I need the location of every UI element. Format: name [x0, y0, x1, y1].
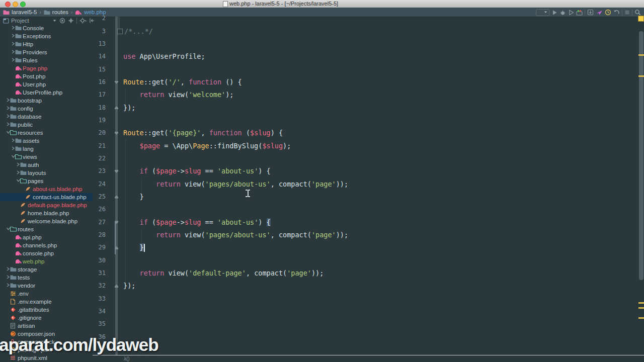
tree-item-vendor[interactable]: vendor — [0, 282, 93, 290]
push-icon[interactable] — [596, 10, 603, 16]
chevron-right-icon[interactable] — [6, 275, 10, 280]
tree-item-home.blade.php[interactable]: home.blade.php — [0, 209, 93, 217]
tree-item-about-us.blade.php[interactable]: about-us.blade.php — [0, 185, 93, 193]
line-number-30[interactable]: 30 — [93, 254, 106, 267]
tree-item-exceptions[interactable]: Exceptions — [0, 32, 93, 40]
code-line-14[interactable]: use App\UserProfile; — [123, 50, 205, 63]
line-number-25[interactable]: 25 — [93, 191, 106, 203]
locate-icon[interactable] — [68, 18, 74, 24]
line-number-32[interactable]: 32 — [93, 280, 106, 292]
tree-item-.env.example[interactable]: .env.example — [0, 298, 93, 306]
debug-icon[interactable] — [559, 10, 566, 16]
tree-item-config[interactable]: config — [0, 105, 93, 113]
profiler-icon[interactable] — [576, 10, 583, 16]
tree-item-page.php[interactable]: Page.php — [0, 64, 93, 72]
tree-item-channels.php[interactable]: channels.php — [0, 241, 93, 249]
line-number-13[interactable]: 13 — [93, 38, 106, 50]
project-panel-title[interactable]: Project — [11, 18, 29, 24]
line-number-23[interactable]: 23 — [93, 165, 106, 177]
warning-stripe-mark[interactable] — [638, 317, 644, 319]
code-line-28[interactable]: return view('pages/about-us', compact('p… — [123, 229, 348, 241]
tree-item-web.php[interactable]: web.php — [0, 257, 93, 265]
line-number-20[interactable]: 20 — [93, 127, 106, 139]
tree-item-console.php[interactable]: console.php — [0, 249, 93, 257]
tree-item-auth[interactable]: auth — [0, 161, 93, 169]
line-number-35[interactable]: 35 — [93, 318, 106, 330]
line-number-26[interactable]: 26 — [93, 203, 106, 216]
tree-item-user.php[interactable]: User.php — [0, 80, 93, 88]
chevron-right-icon[interactable] — [6, 266, 10, 272]
code-line-27[interactable]: if ($page->slug == 'about-us') { — [123, 216, 271, 229]
warning-stripe-mark[interactable] — [638, 307, 644, 309]
code-analysis-indicator[interactable] — [638, 16, 644, 22]
tree-item-storage[interactable]: storage — [0, 265, 93, 274]
close-window-button[interactable] — [5, 2, 11, 7]
tree-item-default-page.blade.php[interactable]: default-page.blade.php — [0, 201, 93, 209]
tree-item-contact-us.blade.php[interactable]: contact-us.blade.php — [0, 193, 93, 201]
minimize-window-button[interactable] — [13, 2, 18, 7]
line-number-14[interactable]: 14 — [93, 50, 106, 63]
code-line-21[interactable]: $page = \App\Page::findBySlug($slug); — [123, 140, 291, 152]
chevron-right-icon[interactable] — [6, 283, 10, 288]
breadcrumb-item-routes[interactable]: routes — [44, 9, 68, 15]
chevron-right-icon[interactable] — [11, 25, 15, 30]
chevron-right-icon[interactable] — [11, 33, 15, 38]
tree-item-public[interactable]: public — [0, 121, 93, 129]
run-icon[interactable] — [551, 10, 557, 16]
tree-item-http[interactable]: Http — [0, 40, 93, 48]
tree-item-assets[interactable]: assets — [0, 137, 93, 145]
tree-item-.env[interactable]: .env — [0, 290, 93, 298]
line-number-21[interactable]: 21 — [93, 140, 106, 152]
warning-stripe-mark[interactable] — [638, 302, 644, 304]
editor-scrollbar[interactable] — [639, 31, 643, 280]
search-everywhere-icon[interactable] — [634, 9, 641, 16]
tree-item-lang[interactable]: lang — [0, 145, 93, 153]
chevron-right-icon[interactable] — [6, 114, 10, 119]
tree-item-layouts[interactable]: layouts — [0, 169, 93, 177]
code-line-3[interactable]: /*...*/ — [123, 25, 153, 38]
warning-stripe-mark[interactable] — [638, 54, 644, 56]
tree-item-console[interactable]: Console — [0, 24, 93, 32]
code-line-31[interactable]: return view('default-page', compact('pag… — [123, 267, 324, 280]
line-number-15[interactable]: 15 — [93, 63, 106, 76]
code-line-25[interactable]: } — [123, 191, 144, 203]
line-number-28[interactable]: 28 — [93, 229, 106, 241]
line-number-29[interactable]: 29 — [93, 241, 106, 254]
line-number-3[interactable]: 3 — [93, 25, 106, 38]
tree-item-.gitattributes[interactable]: .gitattributes — [0, 306, 93, 314]
tree-item-artisan[interactable]: artisan — [0, 322, 93, 330]
chevron-right-icon[interactable] — [16, 162, 20, 167]
chevron-right-icon[interactable] — [11, 49, 15, 54]
tree-item-bootstrap[interactable]: bootstrap — [0, 97, 93, 105]
code-line-23[interactable]: if ($page->slug == 'about-us') { — [123, 165, 271, 177]
line-number-2[interactable]: 2 — [93, 12, 106, 25]
run-config-dropdown[interactable] — [536, 9, 549, 16]
line-number-34[interactable]: 34 — [93, 305, 106, 318]
code-line-17[interactable]: return view('welcome'); — [123, 88, 234, 101]
chevron-right-icon[interactable] — [11, 57, 15, 62]
tree-item-welcome.blade.php[interactable]: welcome.blade.php — [0, 217, 93, 225]
warning-stripe-mark[interactable] — [638, 75, 644, 77]
gear-icon[interactable] — [79, 18, 87, 24]
tree-item-phpunit.xml[interactable]: phpunit.xml — [0, 354, 93, 362]
line-number-19[interactable]: 19 — [93, 114, 106, 127]
chevron-right-icon[interactable] — [11, 138, 15, 143]
coverage-run-icon[interactable] — [568, 10, 574, 16]
line-number-16[interactable]: 16 — [93, 76, 106, 88]
chevron-right-icon[interactable] — [6, 106, 10, 111]
tree-item-tests[interactable]: tests — [0, 274, 93, 282]
history-icon[interactable] — [605, 9, 611, 16]
breadcrumb-item-laravel5-5[interactable]: laravel5-5 — [3, 9, 37, 15]
tree-item-userprofile.php[interactable]: UserProfile.php — [0, 88, 93, 97]
tree-item-resources[interactable]: resources — [0, 129, 93, 137]
line-number-22[interactable]: 22 — [93, 152, 106, 165]
tree-item-providers[interactable]: Providers — [0, 48, 93, 56]
chevron-right-icon[interactable] — [6, 98, 10, 103]
line-number-27[interactable]: 27 — [93, 216, 106, 229]
line-number-31[interactable]: 31 — [93, 267, 106, 280]
tree-item-database[interactable]: database — [0, 113, 93, 121]
editor-breadcrumbs[interactable]: λ() — [124, 356, 130, 361]
update-project-icon[interactable] — [587, 9, 594, 16]
tree-item-api.php[interactable]: api.php — [0, 233, 93, 241]
chevron-right-icon[interactable] — [11, 41, 15, 46]
